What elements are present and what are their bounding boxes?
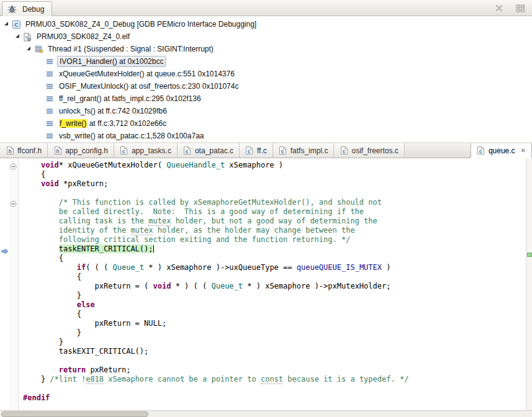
- code-line[interactable]: be called directly. Note: This is a good…: [23, 207, 526, 217]
- tree-item-label: PRMU03_SDK082_Z4_0.elf: [35, 32, 132, 42]
- debug-tree-item[interactable]: IVOR1_Handler() at 0x1002bcc: [0, 55, 532, 68]
- overview-current-line-mark: [527, 253, 532, 257]
- tab-label: queue.c: [489, 146, 515, 155]
- code-line[interactable]: }: [23, 328, 526, 338]
- svg-text:c: c: [122, 148, 125, 155]
- fold-column[interactable]: [9, 158, 19, 411]
- code-line[interactable]: {: [23, 272, 526, 282]
- expand-spacer: [36, 119, 45, 128]
- expand-arrow-icon[interactable]: [14, 32, 22, 41]
- svg-text:c: c: [479, 148, 482, 155]
- debug-view-header: Debug: [0, 0, 532, 16]
- code-line[interactable]: taskENTER_CRITICAL();: [23, 244, 526, 254]
- code-line[interactable]: {: [23, 310, 526, 319]
- code-line[interactable]: {: [23, 254, 526, 263]
- tab-label: ffconf.h: [17, 146, 42, 155]
- svg-text:c: c: [248, 148, 251, 155]
- occurrence-highlight: f_write(): [59, 119, 87, 128]
- debug-tree-item[interactable]: ff_rel_grant() at fatfs_impl.c:295 0x102…: [0, 92, 532, 105]
- frame-icon: [45, 119, 55, 128]
- fold-collapse-icon[interactable]: [10, 199, 17, 205]
- code-line[interactable]: following critical section exiting and t…: [23, 235, 526, 244]
- editor-tab[interactable]: cff.c: [240, 143, 273, 158]
- debug-toolbar: [494, 3, 526, 13]
- editor-tab[interactable]: cfatfs_impl.c: [273, 143, 335, 158]
- tab-label: osif_freertos.c: [351, 146, 398, 155]
- expand-arrow-icon[interactable]: [2, 20, 11, 29]
- tab-label: fatfs_impl.c: [291, 146, 328, 155]
- code-line[interactable]: } /*lint !e818 xSemaphore cannot be a po…: [23, 375, 526, 384]
- code-line[interactable]: [23, 189, 526, 198]
- editor-tab-bar: hffconf.hhapp_config.hcapp_tasks.ccota_p…: [0, 143, 532, 158]
- tree-item-label: f_write() at ff.c:3,712 0x102e66c: [57, 119, 168, 128]
- c-file-icon: c: [120, 146, 128, 156]
- code-line[interactable]: {: [23, 170, 526, 179]
- code-line[interactable]: taskEXIT_CRITICAL();: [23, 347, 526, 356]
- debug-tree[interactable]: CPRMU03_SDK082_Z4_0_Debug [GDB PEMicro I…: [0, 16, 532, 142]
- instruction-pointer-icon: [1, 246, 9, 252]
- code-lines[interactable]: void* xQueueGetMutexHolder( QueueHandle_…: [19, 158, 526, 411]
- frame-icon: [45, 106, 55, 116]
- code-line[interactable]: #endif: [23, 393, 526, 403]
- code-line[interactable]: calling task is the mutex holder, but no…: [23, 217, 526, 226]
- tree-item-label: vsb_write() at ota_patac.c:1,528 0x100a7…: [57, 131, 205, 141]
- editor-tab[interactable]: happ_config.h: [48, 143, 114, 158]
- code-line[interactable]: if( ( ( Queue_t * ) xSemaphore )->uxQueu…: [23, 263, 526, 272]
- debug-tree-item[interactable]: Thread #1 (Suspended : Signal : SIGINT:I…: [0, 43, 532, 55]
- code-line[interactable]: void* xQueueGetMutexHolder( QueueHandle_…: [23, 161, 526, 170]
- code-line[interactable]: pxReturn = ( void * ) ( ( Queue_t * ) xS…: [23, 282, 526, 291]
- code-line[interactable]: pxReturn = NULL;: [23, 319, 526, 328]
- elf-icon: [22, 32, 32, 42]
- tree-item-label: xQueueGetMutexHolder() at queue.c:551 0x…: [57, 69, 237, 79]
- debug-view-tab[interactable]: Debug: [2, 1, 52, 16]
- debug-tree-item[interactable]: CPRMU03_SDK082_Z4_0_Debug [GDB PEMicro I…: [0, 18, 532, 30]
- c-file-icon: c: [340, 146, 348, 156]
- fold-collapse-icon[interactable]: [10, 161, 17, 168]
- code-line[interactable]: }: [23, 291, 526, 300]
- tree-item-label: ff_rel_grant() at fatfs_impl.c:295 0x102…: [57, 94, 203, 104]
- debug-tree-item[interactable]: vsb_write() at ota_patac.c:1,528 0x100a7…: [0, 130, 532, 142]
- debug-tree-item[interactable]: unlock_fs() at ff.c:742 0x1029fb6: [0, 105, 532, 117]
- svg-text:c: c: [343, 148, 346, 155]
- editor-tab[interactable]: cqueue.c✕: [471, 143, 532, 158]
- expand-arrow-icon[interactable]: [25, 45, 34, 53]
- view-layout-icon[interactable]: [515, 3, 526, 13]
- expand-spacer: [36, 70, 45, 78]
- code-line[interactable]: [23, 384, 526, 393]
- debug-view-tab-label: Debug: [22, 5, 44, 14]
- code-line[interactable]: /* This function is called by xSemaphore…: [23, 198, 526, 207]
- editor-tab[interactable]: capp_tasks.c: [114, 143, 178, 158]
- text-cursor: [153, 245, 154, 253]
- frame-icon: [45, 81, 55, 91]
- code-line[interactable]: void *pxReturn;: [23, 179, 526, 189]
- editor-tab[interactable]: cota_patac.c: [178, 143, 240, 158]
- thread-icon: [34, 44, 43, 54]
- svg-text:h: h: [56, 148, 59, 155]
- remove-all-terminated-icon[interactable]: [494, 3, 505, 13]
- c-file-icon: c: [245, 146, 254, 156]
- expand-spacer: [36, 107, 45, 115]
- debug-view: Debug CPRMU03_SDK082_Z4_0_Debug [GDB PEM…: [0, 0, 532, 142]
- close-icon[interactable]: ✕: [521, 147, 526, 154]
- code-line[interactable]: [23, 356, 526, 365]
- editor-tab[interactable]: hffconf.h: [0, 143, 48, 158]
- debug-tree-item[interactable]: PRMU03_SDK082_Z4_0.elf: [0, 30, 532, 43]
- horizontal-scrollbar[interactable]: [0, 410, 532, 417]
- debug-tree-item[interactable]: OSIF_MutexUnlock() at osif_freertos.c:23…: [0, 80, 532, 92]
- code-line[interactable]: }: [23, 338, 526, 347]
- code-line[interactable]: identity of the mutex holder, as the hol…: [23, 226, 526, 235]
- tree-item-label: Thread #1 (Suspended : Signal : SIGINT:I…: [46, 44, 215, 54]
- marker-gutter[interactable]: [0, 158, 9, 411]
- debug-tree-item[interactable]: f_write() at ff.c:3,712 0x102e66c: [0, 117, 532, 130]
- expand-spacer: [36, 82, 45, 91]
- code-line[interactable]: return pxReturn;: [23, 365, 526, 375]
- frame-icon: [45, 94, 55, 104]
- code-line[interactable]: else: [23, 300, 526, 310]
- debug-tree-item[interactable]: xQueueGetMutexHolder() at queue.c:551 0x…: [0, 68, 532, 80]
- editor-tab[interactable]: cosif_freertos.c: [334, 143, 404, 158]
- tree-item-label: IVOR1_Handler() at 0x1002bcc: [57, 56, 166, 67]
- scrollbar-thumb[interactable]: [1, 411, 148, 417]
- overview-ruler[interactable]: [526, 158, 532, 411]
- tab-label: ota_patac.c: [195, 146, 233, 155]
- editor-area: hffconf.hhapp_config.hcapp_tasks.ccota_p…: [0, 143, 532, 417]
